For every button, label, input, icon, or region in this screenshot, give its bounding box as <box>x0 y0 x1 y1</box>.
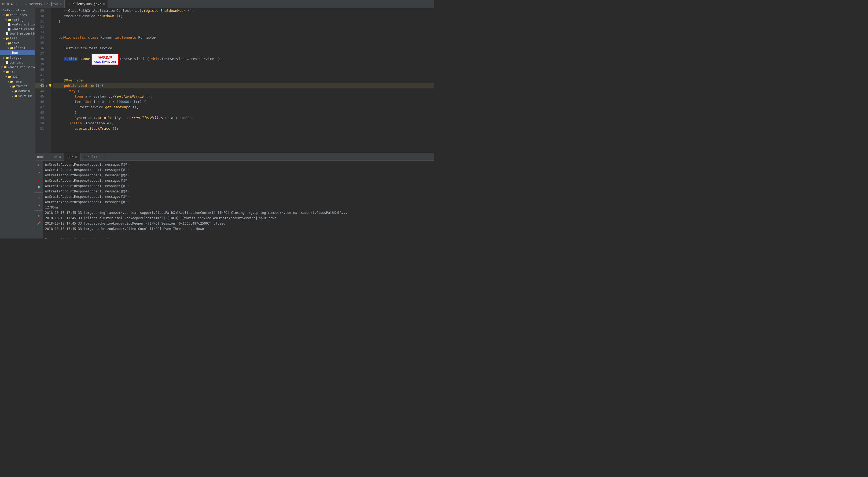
folder-icon-9: 📁 <box>8 75 11 78</box>
play-button[interactable]: ▶ <box>36 162 42 168</box>
ln-45: 45 <box>35 94 44 99</box>
sidebar-domain[interactable]: ▶ 📁 domain <box>0 89 35 94</box>
bottom-tab-run-1-close[interactable]: ✕ <box>59 155 61 159</box>
sidebar-resources[interactable]: ▼ 📁 resources <box>0 12 35 18</box>
sidebar-koalas-api[interactable]: 📄 koalas-api.xml <box>0 22 35 27</box>
bottom-tab-run-2-close[interactable]: ✕ <box>75 155 77 159</box>
bottom-tab-run-3[interactable]: Run (1) ✕ <box>81 153 104 161</box>
close-panel-button[interactable]: ✕ <box>36 213 42 219</box>
pom-icon: 📄 <box>5 61 8 64</box>
watermark-url: www.5kym.com <box>94 60 116 64</box>
folder-icon-2: 📁 <box>8 19 11 22</box>
chevron-down-icon-9: ▼ <box>7 80 9 83</box>
sidebar-thrift-label: thrift <box>16 84 28 88</box>
gutter: ▶ 💡 <box>45 8 51 153</box>
console-line-empty <box>45 232 432 237</box>
tab-client-run[interactable]: ☕ client/Run.java ✕ <box>65 0 108 8</box>
chevron-down-icon-2: ▼ <box>5 19 7 22</box>
sidebar-thrift[interactable]: ▼ 📁 thrift <box>0 84 35 89</box>
folder-icon-11: 📁 <box>12 85 15 88</box>
rerun-button[interactable]: ↺ <box>36 169 42 175</box>
sidebar-wm-label: WmCreateAcco... <box>3 8 30 12</box>
chevron-down-icon-3: ▼ <box>3 37 5 40</box>
ln-41: 41 <box>35 72 44 78</box>
code-line-44: try { <box>53 89 434 94</box>
settings-button[interactable]: ⚙ <box>36 202 42 208</box>
run-gutter-icon[interactable]: ▶ <box>46 83 48 89</box>
ln-31: 31 <box>35 19 44 24</box>
ln-36: 36 <box>35 45 44 51</box>
tab-close-1[interactable]: ✕ <box>60 2 62 6</box>
chevron-down-icon-5: ▼ <box>7 47 9 49</box>
folder-icon-10: 📁 <box>10 80 13 83</box>
watermark: 悟空源码 www.5kym.com <box>91 54 119 65</box>
code-line-42: @Override <box>53 78 434 83</box>
wrap-button[interactable]: ⏎ <box>36 195 42 201</box>
sidebar-run[interactable]: ☕ Run <box>0 50 35 55</box>
toolbar-btn-3[interactable]: ▶ <box>11 2 13 6</box>
run-toolbar: ▶ ↺ ■ ⏸ ⏎ ⚙ ✕ 📌 <box>35 161 43 238</box>
sidebar-test[interactable]: ▼ 📁 test <box>0 36 35 41</box>
sidebar-server-project[interactable]: ▼ 📁 koalas.rpc.server ~/Documents/kc <box>0 65 35 69</box>
line-numbers: 29 30 31 32 33 34 35 36 37 38 39 40 41 4… <box>35 8 45 153</box>
code-line-46: for (int i = 0; i < 100000; i++) { <box>53 99 434 104</box>
ln-50: 50 <box>35 121 44 126</box>
ln-37: 37 <box>35 51 44 56</box>
bottom-tab-run-1[interactable]: Run ✕ <box>49 153 64 161</box>
bottom-panel: Run: Run ✕ Run ✕ Run (1) ✕ <box>35 153 434 238</box>
code-line-36: TestService testService; <box>53 45 434 51</box>
ln-34: 34 <box>35 35 44 40</box>
ln-47: 47 <box>35 104 44 110</box>
pin-button[interactable]: 📌 <box>36 220 42 226</box>
sidebar-spring[interactable]: ▼ 📁 spring <box>0 18 35 22</box>
ln-40: 40 <box>35 67 44 72</box>
code-line-35 <box>53 40 434 45</box>
sidebar-pom[interactable]: 📄 pom.xml <box>0 60 35 65</box>
wm-java-icon: ☕ <box>1 9 3 12</box>
sidebar-project-header[interactable]: ☕ WmCreateAcco... <box>0 8 35 12</box>
code-content[interactable]: ((ClassPathXmlApplicationContext) ac).re… <box>51 8 434 153</box>
code-editor[interactable]: 29 30 31 32 33 34 35 36 37 38 39 40 41 4… <box>35 8 434 153</box>
chevron-right-icon-1: ▶ <box>3 56 5 59</box>
code-line-33 <box>53 30 434 35</box>
console-line-log3: 2018-10-10 17:45:33 [org.apache.zookeepe… <box>45 221 432 226</box>
sidebar-main[interactable]: ▼ 📁 main <box>0 74 35 79</box>
console-line-log1: 2018-10-10 17:45:33 [org.springframework… <box>45 210 432 215</box>
console-line-0: WmCreateAccountRespone(code:1, message:你… <box>45 162 432 167</box>
toolbar-btn-2[interactable]: ⚙ <box>7 2 9 6</box>
run-label: Run: <box>35 153 47 161</box>
console-line-3: WmCreateAccountRespone(code:1, message:你… <box>45 178 432 183</box>
bulb-icon[interactable]: 💡 <box>48 83 52 89</box>
tab-label-1: server/Run.java <box>29 2 58 6</box>
sidebar-java-2[interactable]: ▼ 📁 java <box>0 79 35 84</box>
code-line-47: testService.getRemoteRpc (); <box>53 104 434 110</box>
folder-icon-5: 📁 <box>10 47 13 49</box>
bottom-tab-run-2[interactable]: Run ✕ <box>64 153 80 161</box>
sidebar-src[interactable]: ▼ 📁 src <box>0 69 35 74</box>
toolbar-btn-1[interactable]: ⟳ <box>2 2 5 6</box>
chevron-right-icon-3: ▶ <box>12 95 13 98</box>
tab-close-2[interactable]: ✕ <box>103 2 105 6</box>
bottom-tab-run-3-close[interactable]: ✕ <box>99 155 101 159</box>
console-output[interactable]: WmCreateAccountRespone(code:1, message:你… <box>43 161 434 238</box>
sidebar-pom-label: pom.xml <box>9 61 23 64</box>
folder-icon-13: 📁 <box>14 95 18 98</box>
sidebar-java-1[interactable]: ▼ 📁 java <box>0 41 35 45</box>
code-line-34: public static class Runner implements Ru… <box>53 35 434 40</box>
stop-button[interactable]: ■ <box>36 177 42 183</box>
sidebar-run-label: Run <box>12 51 18 55</box>
sidebar-log4j[interactable]: 📄 log4j.properties <box>0 31 35 36</box>
pause-button[interactable]: ⏸ <box>36 184 42 190</box>
ln-35: 35 <box>35 40 44 45</box>
code-line-30: executorService.shutdown (); <box>53 13 434 19</box>
folder-icon-12: 📁 <box>14 90 18 93</box>
sidebar-koalas-client[interactable]: 📄 koalas-client.xml <box>0 27 35 31</box>
tab-server-run[interactable]: ☕ server/Run.java ✕ <box>22 0 65 8</box>
sidebar-client[interactable]: ▼ 📁 client <box>0 45 35 50</box>
sidebar-target[interactable]: ▶ 📁 target <box>0 55 35 60</box>
sidebar-service[interactable]: ▶ 📁 service <box>0 94 35 98</box>
bottom-tab-run-3-label: Run (1) <box>84 155 97 159</box>
code-line-48: } <box>53 110 434 115</box>
console-line-log2: 2018-10-10 17:45:33 [client.cluster.impl… <box>45 215 432 221</box>
props-icon: 📄 <box>5 32 8 35</box>
